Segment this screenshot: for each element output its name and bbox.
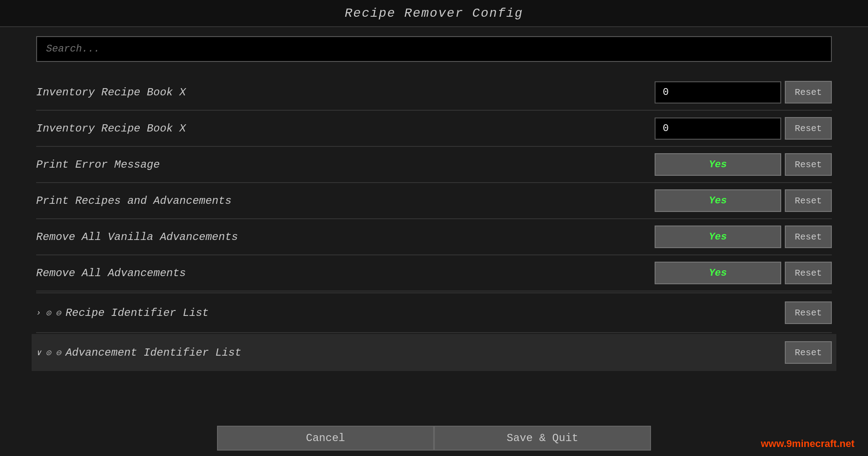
reset-btn-inventory-recipe-book-x-2[interactable]: Reset [785,117,832,140]
config-label-inventory-recipe-book-x-2: Inventory Recipe Book X [36,122,186,135]
list-icon1-recipe-identifier-list: ⊙ [46,307,51,319]
list-icon1-advancement-identifier-list: ⊙ [46,347,51,358]
watermark: www.9minecraft.net [761,438,854,450]
divider-list-0 [36,332,832,333]
config-controls-print-error-message: YesReset [655,153,832,176]
config-row-print-error-message: Print Error MessageYesReset [36,148,832,181]
config-row-remove-all-advancements: Remove All AdvancementsYesReset [36,256,832,290]
divider-config-5 [36,291,832,291]
number-input-inventory-recipe-book-x-1[interactable] [655,81,781,103]
config-label-remove-all-advancements: Remove All Advancements [36,267,186,279]
config-controls-print-recipes-advancements: YesReset [655,189,832,212]
config-label-print-recipes-advancements: Print Recipes and Advancements [36,195,231,207]
reset-btn-remove-all-advancements[interactable]: Reset [785,262,832,284]
config-rows-container: Inventory Recipe Book XResetInventory Re… [36,75,832,291]
list-row-advancement-identifier-list[interactable]: ∨⊙⊖Advancement Identifier ListReset [32,334,836,371]
search-container [36,36,832,62]
list-arrow-recipe-identifier-list: › [36,308,41,317]
toggle-btn-print-recipes-advancements[interactable]: Yes [655,189,781,212]
bottom-bar: Cancel Save & Quit [0,420,868,456]
divider-config-4 [36,254,832,255]
search-input[interactable] [36,36,832,62]
page-title: Recipe Remover Config [345,6,524,20]
config-label-remove-all-vanilla-advancements: Remove All Vanilla Advancements [36,231,238,243]
list-text-advancement-identifier-list: Advancement Identifier List [66,347,241,359]
reset-btn-print-error-message[interactable]: Reset [785,153,832,176]
top-bar: Recipe Remover Config [0,0,868,27]
list-label-advancement-identifier-list: ∨⊙⊖Advancement Identifier List [36,347,241,359]
list-rows-container: ›⊙⊖Recipe Identifier ListReset∨⊙⊖Advance… [36,294,832,371]
config-row-inventory-recipe-book-x-1: Inventory Recipe Book XReset [36,75,832,109]
config-controls-inventory-recipe-book-x-2: Reset [655,117,832,140]
config-row-inventory-recipe-book-x-2: Inventory Recipe Book XReset [36,112,832,145]
cancel-button[interactable]: Cancel [217,426,434,451]
reset-btn-inventory-recipe-book-x-1[interactable]: Reset [785,81,832,103]
toggle-btn-remove-all-advancements[interactable]: Yes [655,262,781,284]
list-text-recipe-identifier-list: Recipe Identifier List [66,307,209,319]
config-controls-remove-all-advancements: YesReset [655,262,832,284]
config-controls-remove-all-vanilla-advancements: YesReset [655,226,832,248]
toggle-btn-remove-all-vanilla-advancements[interactable]: Yes [655,226,781,248]
reset-btn-advancement-identifier-list[interactable]: Reset [785,341,832,364]
config-controls-inventory-recipe-book-x-1: Reset [655,81,832,103]
reset-btn-print-recipes-advancements[interactable]: Reset [785,189,832,212]
config-label-inventory-recipe-book-x-1: Inventory Recipe Book X [36,86,186,99]
save-quit-button[interactable]: Save & Quit [434,426,651,451]
number-input-inventory-recipe-book-x-2[interactable] [655,118,781,140]
config-label-print-error-message: Print Error Message [36,159,160,171]
reset-btn-recipe-identifier-list[interactable]: Reset [785,301,832,324]
main-content: Inventory Recipe Book XResetInventory Re… [0,27,868,420]
divider-config-1 [36,146,832,147]
divider-1 [36,292,832,293]
divider-config-3 [36,218,832,219]
list-icon2-advancement-identifier-list: ⊖ [56,347,61,358]
config-row-remove-all-vanilla-advancements: Remove All Vanilla AdvancementsYesReset [36,220,832,254]
list-row-recipe-identifier-list[interactable]: ›⊙⊖Recipe Identifier ListReset [36,294,832,331]
reset-btn-remove-all-vanilla-advancements[interactable]: Reset [785,226,832,248]
list-label-recipe-identifier-list: ›⊙⊖Recipe Identifier List [36,307,209,319]
list-icon2-recipe-identifier-list: ⊖ [56,307,61,319]
config-row-print-recipes-advancements: Print Recipes and AdvancementsYesReset [36,184,832,217]
list-arrow-advancement-identifier-list: ∨ [36,348,41,357]
toggle-btn-print-error-message[interactable]: Yes [655,153,781,176]
divider-config-2 [36,182,832,183]
divider-config-0 [36,110,832,111]
